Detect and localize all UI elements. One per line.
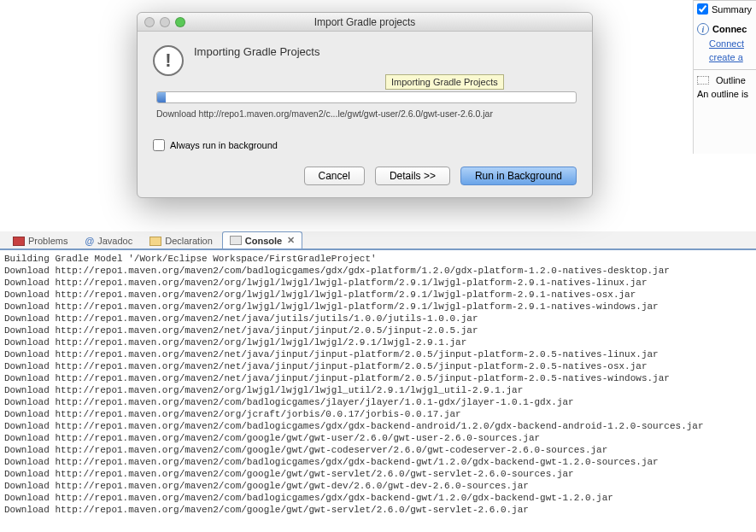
close-icon[interactable]: ✕ bbox=[287, 235, 295, 246]
summary-checkbox[interactable] bbox=[697, 3, 708, 15]
progress-status: Download http://repo1.maven.org/maven2/c… bbox=[156, 108, 577, 119]
dialog-heading: Importing Gradle Projects bbox=[194, 45, 319, 58]
tab-declaration-label: Declaration bbox=[165, 236, 213, 246]
dialog-title: Import Gradle projects bbox=[138, 16, 592, 28]
dialog-body: ! Importing Gradle Projects Download htt… bbox=[138, 32, 592, 197]
console-output[interactable]: Building Gradle Model '/Work/Eclipse Wor… bbox=[4, 253, 753, 530]
tab-problems-label: Problems bbox=[28, 236, 67, 246]
tab-javadoc-label: Javadoc bbox=[97, 236, 132, 246]
javadoc-icon: @ bbox=[85, 236, 94, 246]
exclamation-icon: ! bbox=[153, 45, 184, 76]
console-icon bbox=[230, 236, 242, 245]
tab-declaration[interactable]: Declaration bbox=[142, 232, 220, 248]
outline-label: Outline bbox=[716, 75, 746, 85]
problems-icon bbox=[13, 237, 25, 246]
tooltip: Importing Gradle Projects bbox=[385, 74, 504, 90]
connect-heading: Connec bbox=[712, 24, 747, 34]
always-background-label: Always run in background bbox=[170, 140, 278, 150]
info-icon: i bbox=[697, 23, 709, 35]
outline-text: An outline is bbox=[694, 87, 756, 101]
progress-fill bbox=[157, 92, 166, 102]
create-link[interactable]: create a bbox=[709, 52, 743, 62]
tab-console-label: Console bbox=[245, 236, 282, 246]
tab-problems[interactable]: Problems bbox=[5, 232, 75, 248]
always-background-checkbox[interactable] bbox=[153, 139, 165, 151]
connect-link[interactable]: Connect bbox=[709, 38, 744, 49]
cancel-button[interactable]: Cancel bbox=[304, 167, 365, 185]
right-panel: Summary i Connec Connect create a Outlin… bbox=[693, 0, 756, 154]
run-in-background-button[interactable]: Run in Background bbox=[460, 167, 577, 185]
outline-icon bbox=[697, 76, 709, 85]
tab-console[interactable]: Console ✕ bbox=[222, 231, 302, 248]
dialog-titlebar[interactable]: Import Gradle projects bbox=[138, 13, 592, 32]
declaration-icon bbox=[149, 237, 161, 246]
progress-bar bbox=[156, 91, 577, 103]
tab-javadoc[interactable]: @ Javadoc bbox=[77, 232, 140, 248]
import-dialog: Import Gradle projects ! Importing Gradl… bbox=[137, 12, 593, 198]
bottom-tab-bar: Problems @ Javadoc Declaration Console ✕ bbox=[0, 231, 756, 250]
summary-label: Summary bbox=[712, 4, 752, 15]
details-button[interactable]: Details >> bbox=[375, 167, 450, 185]
